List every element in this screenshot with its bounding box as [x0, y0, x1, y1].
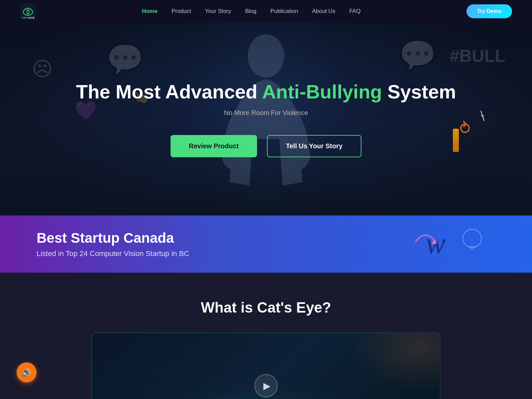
- hero-buttons: Review Product Tell Us Your Story: [76, 135, 456, 157]
- video-container[interactable]: ▶: [91, 332, 441, 399]
- navbar: CAT'S EYE Home Product Your Story Blog P…: [0, 0, 532, 23]
- nav-link-your-story[interactable]: Your Story: [205, 8, 231, 14]
- sound-button[interactable]: 🔊: [17, 362, 37, 382]
- nav-link-home[interactable]: Home: [142, 8, 158, 14]
- nav-link-about[interactable]: About Us: [312, 8, 335, 14]
- nav-link-publication[interactable]: Publication: [270, 8, 298, 14]
- svg-text:EYE: EYE: [29, 16, 35, 19]
- play-icon: ▶: [263, 380, 271, 391]
- nav-item-publication[interactable]: Publication: [270, 8, 298, 15]
- nav-item-faq[interactable]: FAQ: [349, 8, 360, 15]
- nav-item-product[interactable]: Product: [172, 8, 191, 15]
- video-play-button[interactable]: ▶: [254, 374, 278, 397]
- what-title: What is Cat's Eye?: [66, 299, 466, 316]
- doodle-arrow: ⥁: [460, 119, 470, 138]
- speaker-icon: 🔊: [22, 368, 32, 377]
- nav-link-faq[interactable]: FAQ: [349, 8, 360, 14]
- svg-point-8: [463, 229, 481, 248]
- doodle-swirl: ⧷: [480, 107, 485, 124]
- nav-link-product[interactable]: Product: [172, 8, 191, 14]
- logo-icon: CAT'S EYE: [20, 3, 36, 19]
- what-section: What is Cat's Eye? ▶: [0, 273, 532, 399]
- review-product-button[interactable]: Review Product: [171, 135, 257, 157]
- nav-item-blog[interactable]: Blog: [245, 8, 256, 15]
- hero-content: The Most Advanced Anti-Bullying System N…: [76, 81, 456, 157]
- nav-item-home[interactable]: Home: [142, 8, 158, 15]
- hero-title-post: System: [382, 81, 456, 102]
- hero-section: ☹ 💬 💬 #BULL 💜 👆 ⥁ ⧷ The Most Advanced An…: [0, 23, 532, 215]
- nav-link-blog[interactable]: Blog: [245, 8, 256, 14]
- logo[interactable]: CAT'S EYE: [20, 3, 36, 19]
- hero-subtitle: No More Room For Violence: [76, 109, 456, 117]
- hero-title: The Most Advanced Anti-Bullying System: [76, 81, 456, 103]
- banner-doodle: w: [406, 222, 492, 266]
- nav-links: Home Product Your Story Blog Publication…: [142, 8, 361, 15]
- svg-point-6: [248, 34, 284, 77]
- hero-title-pre: The Most Advanced: [76, 81, 262, 102]
- startup-banner: Best Startup Canada Listed in Top 24 Com…: [0, 215, 532, 273]
- hero-title-accent: Anti-Bullying: [262, 81, 382, 102]
- nav-item-your-story[interactable]: Your Story: [205, 8, 231, 15]
- tell-story-button[interactable]: Tell Us Your Story: [267, 135, 361, 157]
- nav-item-about[interactable]: About Us: [312, 8, 335, 15]
- svg-point-3: [27, 11, 29, 13]
- doodle-svg: w: [406, 222, 492, 265]
- try-demo-button[interactable]: Try Demo: [466, 4, 512, 18]
- svg-text:CAT'S: CAT'S: [22, 16, 30, 19]
